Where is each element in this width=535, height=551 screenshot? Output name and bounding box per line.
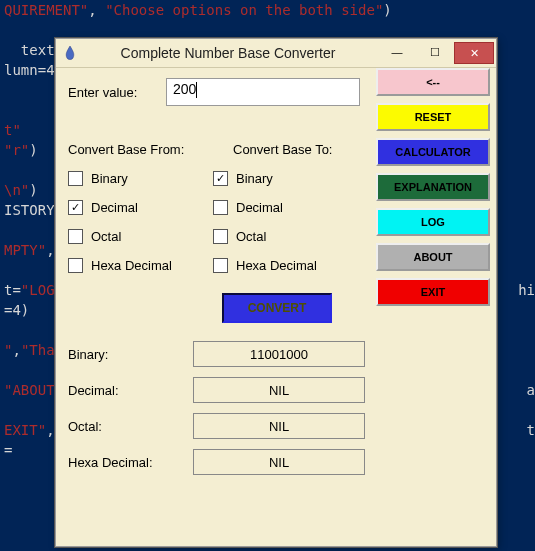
text-cursor [196, 82, 197, 98]
output-hexa-row: Hexa Decimal: NIL [68, 449, 486, 475]
checkbox-icon [68, 200, 83, 215]
output-decimal-field: NIL [193, 377, 365, 403]
close-icon: ✕ [470, 47, 479, 60]
reset-button[interactable]: RESET [376, 103, 490, 131]
enter-value-label: Enter value: [68, 85, 166, 100]
titlebar[interactable]: Complete Number Base Converter — ☐ ✕ [56, 39, 496, 68]
from-hexa-check[interactable]: Hexa Decimal [68, 258, 213, 273]
checkbox-icon [213, 258, 228, 273]
minimize-button[interactable]: — [378, 42, 416, 62]
output-hexa-field: NIL [193, 449, 365, 475]
to-label: Convert Base To: [233, 142, 358, 157]
output-decimal-row: Decimal: NIL [68, 377, 486, 403]
to-decimal-label: Decimal [236, 200, 283, 215]
output-octal-row: Octal: NIL [68, 413, 486, 439]
right-button-panel: <-- RESET CALCULATOR EXPLANATION LOG ABO… [376, 68, 486, 313]
checkbox-icon [213, 200, 228, 215]
from-label: Convert Base From: [68, 142, 213, 157]
to-octal-check[interactable]: Octal [213, 229, 358, 244]
explanation-button[interactable]: EXPLANATION [376, 173, 490, 201]
to-binary-label: Binary [236, 171, 273, 186]
output-octal-field: NIL [193, 413, 365, 439]
client-area: <-- RESET CALCULATOR EXPLANATION LOG ABO… [56, 68, 496, 495]
from-octal-label: Octal [91, 229, 121, 244]
from-binary-label: Binary [91, 171, 128, 186]
from-decimal-label: Decimal [91, 200, 138, 215]
to-decimal-check[interactable]: Decimal [213, 200, 358, 215]
close-button[interactable]: ✕ [454, 42, 494, 64]
output-binary-row: Binary: 11001000 [68, 341, 486, 367]
to-binary-check[interactable]: Binary [213, 171, 358, 186]
back-button[interactable]: <-- [376, 68, 490, 96]
window-title: Complete Number Base Converter [78, 45, 378, 61]
to-column: Convert Base To: Binary Decimal Octal He… [213, 128, 358, 287]
checkbox-icon [68, 258, 83, 273]
value-input-text: 200 [173, 81, 196, 97]
output-hexa-label: Hexa Decimal: [68, 455, 193, 470]
calculator-button[interactable]: CALCULATOR [376, 138, 490, 166]
minimize-icon: — [392, 46, 403, 58]
from-column: Convert Base From: Binary Decimal Octal … [68, 128, 213, 287]
output-octal-label: Octal: [68, 419, 193, 434]
base-columns: Convert Base From: Binary Decimal Octal … [68, 128, 358, 287]
checkbox-icon [213, 229, 228, 244]
output-binary-field: 11001000 [193, 341, 365, 367]
value-input[interactable]: 200 [166, 78, 360, 106]
output-binary-label: Binary: [68, 347, 193, 362]
from-binary-check[interactable]: Binary [68, 171, 213, 186]
app-window: Complete Number Base Converter — ☐ ✕ <--… [55, 38, 497, 547]
maximize-button[interactable]: ☐ [416, 42, 454, 62]
log-button[interactable]: LOG [376, 208, 490, 236]
checkbox-icon [68, 171, 83, 186]
to-octal-label: Octal [236, 229, 266, 244]
output-decimal-label: Decimal: [68, 383, 193, 398]
from-octal-check[interactable]: Octal [68, 229, 213, 244]
from-decimal-check[interactable]: Decimal [68, 200, 213, 215]
checkbox-icon [68, 229, 83, 244]
to-hexa-label: Hexa Decimal [236, 258, 317, 273]
exit-button[interactable]: EXIT [376, 278, 490, 306]
checkbox-icon [213, 171, 228, 186]
from-hexa-label: Hexa Decimal [91, 258, 172, 273]
maximize-icon: ☐ [430, 46, 440, 59]
to-hexa-check[interactable]: Hexa Decimal [213, 258, 358, 273]
about-button[interactable]: ABOUT [376, 243, 490, 271]
tk-icon [62, 45, 78, 61]
convert-button[interactable]: CONVERT [222, 293, 332, 323]
